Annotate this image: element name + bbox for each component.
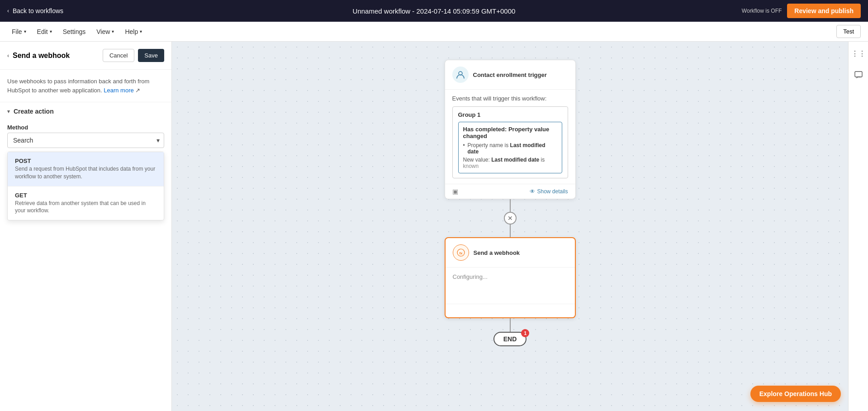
new-value-prefix: New value: — [463, 157, 490, 163]
trigger-card[interactable]: Contact enrollment trigger Events that w… — [445, 60, 576, 199]
action-card-body: Configuring... — [446, 268, 575, 304]
svg-rect-3 — [855, 72, 862, 77]
property-label: Property name — [468, 142, 503, 148]
grid-icon[interactable]: ⋮⋮ — [851, 46, 866, 61]
menu-help[interactable]: Help ▾ — [120, 25, 147, 38]
top-bar: ‹ Back to workflows Unnamed workflow - 2… — [0, 0, 868, 22]
eye-icon: 👁 — [530, 188, 535, 195]
delete-action-button[interactable]: ✕ — [504, 212, 517, 225]
post-option-desc: Send a request from HubSpot that include… — [15, 165, 157, 181]
menu-settings[interactable]: Settings — [58, 25, 90, 38]
menu-view[interactable]: View ▾ — [92, 25, 119, 38]
get-option-title: GET — [15, 192, 157, 199]
property-is: is — [505, 142, 510, 148]
trigger-group: Group 1 Has completed: Property value ch… — [452, 106, 568, 178]
trigger-title: Contact enrollment trigger — [473, 72, 547, 78]
test-button[interactable]: Test — [836, 25, 861, 38]
cancel-button[interactable]: Cancel — [103, 49, 134, 62]
condition-box: Has completed: Property value changed Pr… — [458, 122, 562, 173]
trigger-icon — [452, 67, 469, 83]
view-caret-icon: ▾ — [112, 29, 114, 34]
create-action-section: ▾ Create action — [0, 102, 171, 120]
explore-hub-button[interactable]: Explore Operations Hub — [750, 386, 841, 402]
condition-property: Property name is Last modified date — [463, 142, 557, 155]
action-icon: fx — [453, 244, 469, 261]
file-caret-icon: ▾ — [24, 29, 26, 34]
dropdown-option-post[interactable]: POST Send a request from HubSpot that in… — [8, 152, 164, 186]
review-publish-button[interactable]: Review and publish — [787, 4, 861, 18]
create-action-label: Create action — [14, 108, 54, 115]
connector-line-2 — [510, 224, 511, 237]
workflow-title: Unnamed workflow - 2024-07-14 05:09:59 G… — [353, 7, 516, 15]
menu-bar: File ▾ Edit ▾ Settings View ▾ Help ▾ Tes… — [0, 22, 868, 42]
dropdown-options-list: POST Send a request from HubSpot that in… — [7, 152, 164, 220]
end-node[interactable]: END 1 — [493, 332, 527, 346]
end-node-wrapper: END 1 — [493, 332, 527, 346]
sidebar-description: Use webhooks to pass information back an… — [0, 70, 171, 102]
external-link-icon: ↗ — [135, 87, 140, 94]
settings-label: Settings — [63, 28, 86, 35]
group-label: Group 1 — [458, 111, 562, 118]
back-label: Back to workflows — [13, 7, 63, 14]
new-value-is: is — [541, 157, 545, 163]
sidebar-title: ‹ Send a webhook — [7, 52, 70, 60]
configuring-text: Configuring... — [453, 273, 488, 280]
svg-text:fx: fx — [459, 251, 463, 255]
edit-caret-icon: ▾ — [50, 29, 52, 34]
learn-more-link[interactable]: Learn more — [104, 87, 133, 94]
chat-icon[interactable] — [851, 68, 866, 82]
back-to-workflows[interactable]: ‹ Back to workflows — [7, 7, 63, 14]
connector-line-1 — [510, 199, 511, 213]
sidebar-header: ‹ Send a webhook Cancel Save — [0, 42, 171, 70]
action-card-header: fx Send a webhook — [446, 238, 575, 268]
copy-icon[interactable]: ▣ — [452, 188, 458, 195]
action-card-footer — [446, 304, 575, 317]
action-title: Send a webhook — [474, 249, 520, 256]
test-area: Test — [836, 25, 861, 38]
post-option-title: POST — [15, 158, 157, 164]
workflow-status: Workflow is OFF — [742, 8, 782, 14]
end-badge: 1 — [521, 329, 529, 337]
end-label: END — [503, 335, 517, 343]
menu-edit[interactable]: Edit ▾ — [33, 25, 57, 38]
save-button[interactable]: Save — [138, 49, 164, 62]
show-details-button[interactable]: 👁 Show details — [530, 188, 568, 195]
view-label: View — [96, 28, 110, 35]
sidebar-back-icon[interactable]: ‹ — [7, 53, 9, 59]
workflow-canvas-area[interactable]: Contact enrollment trigger Events that w… — [172, 42, 848, 411]
method-dropdown-container: Search ▾ — [0, 133, 171, 152]
top-bar-right: Workflow is OFF Review and publish — [742, 4, 861, 18]
action-card[interactable]: fx Send a webhook Configuring... — [445, 237, 576, 318]
method-selected-value: Search — [13, 137, 33, 144]
help-label: Help — [125, 28, 138, 35]
dropdown-option-get[interactable]: GET Retrieve data from another system th… — [8, 186, 164, 220]
workflow-nodes: Contact enrollment trigger Events that w… — [445, 51, 576, 402]
edit-label: Edit — [37, 28, 48, 35]
main-layout: ‹ Send a webhook Cancel Save Use webhook… — [0, 42, 868, 411]
sidebar: ‹ Send a webhook Cancel Save Use webhook… — [0, 42, 172, 411]
show-details-label: Show details — [537, 188, 568, 195]
condition-title: Has completed: Property value changed — [463, 126, 557, 139]
method-dropdown-wrapper: Search ▾ — [7, 133, 164, 148]
trigger-card-footer: ▣ 👁 Show details — [445, 184, 575, 199]
new-value-status: known — [463, 163, 479, 169]
new-value-field: Last modified date — [491, 157, 539, 163]
connector-line-3 — [510, 318, 511, 332]
sidebar-title-text: Send a webhook — [13, 52, 70, 60]
sidebar-actions: Cancel Save — [103, 49, 164, 62]
menu-file[interactable]: File ▾ — [7, 25, 31, 38]
method-dropdown[interactable]: Search — [7, 133, 164, 148]
create-action-caret-icon: ▾ — [7, 109, 10, 115]
trigger-card-header: Contact enrollment trigger — [445, 60, 575, 90]
trigger-events-label: Events that will trigger this workflow: — [452, 95, 568, 102]
right-panel: ⋮⋮ — [848, 42, 868, 411]
file-label: File — [12, 28, 22, 35]
condition-new-value: New value: Last modified date is known — [463, 157, 557, 169]
method-label: Method — [0, 120, 171, 133]
help-caret-icon: ▾ — [140, 29, 142, 34]
back-chevron-icon: ‹ — [7, 8, 9, 14]
trigger-card-body: Events that will trigger this workflow: … — [445, 90, 575, 184]
get-option-desc: Retrieve data from another system that c… — [15, 200, 157, 215]
